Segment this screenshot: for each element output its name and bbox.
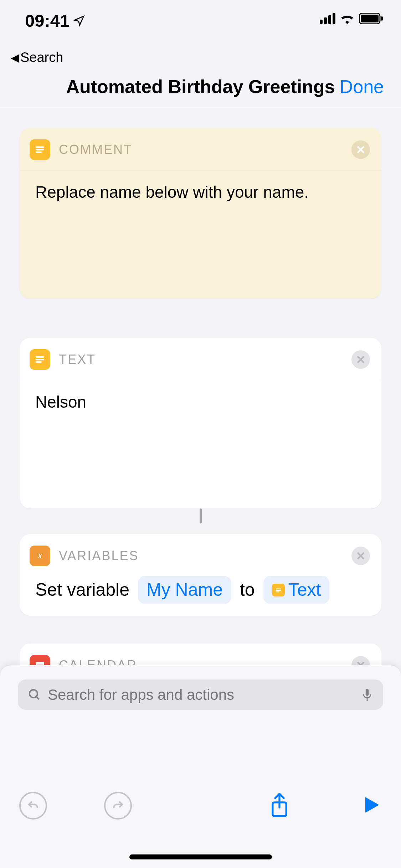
svg-line-26 xyxy=(36,696,39,699)
svg-rect-27 xyxy=(366,689,369,696)
editor-toolbar xyxy=(0,786,401,825)
close-icon xyxy=(356,551,365,560)
actions-list: COMMENT Replace name below with your nam… xyxy=(0,108,401,753)
card-label: TEXT xyxy=(59,352,96,367)
share-button[interactable] xyxy=(269,792,290,819)
set-variable-prefix: Set variable xyxy=(35,578,129,601)
remove-action-button[interactable] xyxy=(351,350,370,369)
run-button[interactable] xyxy=(361,795,382,817)
redo-button[interactable] xyxy=(104,792,132,820)
battery-icon xyxy=(359,13,383,24)
svg-rect-2 xyxy=(381,16,383,21)
card-label: VARIABLES xyxy=(59,548,139,563)
text-mini-icon xyxy=(272,584,285,596)
action-card-text[interactable]: TEXT Nelson xyxy=(20,338,381,508)
remove-action-button[interactable] xyxy=(351,140,370,159)
search-input[interactable] xyxy=(48,686,355,703)
variable-name-token[interactable]: My Name xyxy=(138,576,231,604)
back-label: Search xyxy=(20,50,63,65)
text-icon xyxy=(30,349,50,370)
close-icon xyxy=(356,355,365,364)
search-field[interactable] xyxy=(18,680,383,710)
status-bar: 09:41 xyxy=(0,0,401,50)
location-icon xyxy=(73,15,85,27)
back-chevron-icon: ◀ xyxy=(11,51,19,64)
close-icon xyxy=(356,145,365,154)
svg-rect-1 xyxy=(361,15,379,22)
variable-icon: x xyxy=(30,546,50,566)
undo-button[interactable] xyxy=(19,792,47,820)
svg-point-25 xyxy=(30,689,37,697)
card-label: COMMENT xyxy=(59,142,133,157)
status-indicators xyxy=(320,11,383,24)
variable-value-token[interactable]: Text xyxy=(263,576,330,604)
flow-connector xyxy=(200,508,202,523)
card-header: TEXT xyxy=(20,338,381,380)
svg-marker-30 xyxy=(365,797,379,813)
svg-text:x: x xyxy=(37,550,42,560)
variable-expression: Set variable My Name to Text xyxy=(20,576,381,616)
done-button[interactable]: Done xyxy=(340,76,384,97)
share-icon xyxy=(269,792,290,818)
action-card-comment[interactable]: COMMENT Replace name below with your nam… xyxy=(20,128,381,299)
to-text: to xyxy=(240,578,255,601)
dictation-icon[interactable] xyxy=(361,687,373,702)
home-indicator xyxy=(129,854,272,859)
comment-icon xyxy=(30,139,50,160)
play-icon xyxy=(361,795,382,815)
back-button[interactable]: ◀ Search xyxy=(0,50,401,76)
cellular-icon xyxy=(320,13,335,24)
card-header: x VARIABLES xyxy=(20,534,381,576)
nav-header: Automated Birthday Greetings Done xyxy=(0,76,401,108)
redo-icon xyxy=(111,799,125,813)
bottom-sheet xyxy=(0,665,401,868)
time-text: 09:41 xyxy=(25,11,70,31)
svg-rect-20 xyxy=(36,662,44,664)
comment-text[interactable]: Replace name below with your name. xyxy=(20,170,381,299)
status-time: 09:41 xyxy=(25,11,85,31)
search-icon xyxy=(28,688,41,702)
action-card-set-variable[interactable]: x VARIABLES Set variable My Name to Text xyxy=(20,534,381,616)
wifi-icon xyxy=(340,13,355,24)
card-header: COMMENT xyxy=(20,128,381,170)
undo-icon xyxy=(26,799,40,813)
remove-action-button[interactable] xyxy=(351,547,370,565)
text-value[interactable]: Nelson xyxy=(20,380,381,508)
page-title: Automated Birthday Greetings xyxy=(66,76,335,97)
